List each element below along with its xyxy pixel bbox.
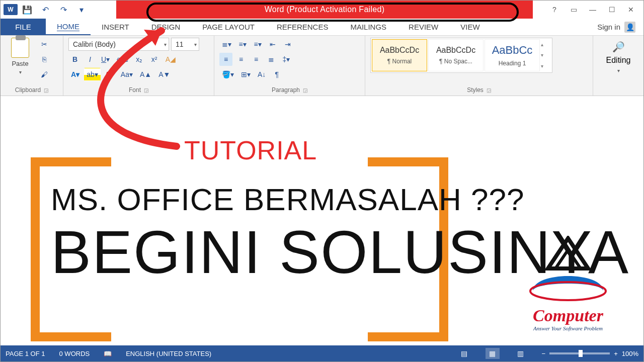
sign-in-label: Sign in: [597, 23, 620, 31]
print-layout-icon[interactable]: ▦: [486, 348, 500, 359]
style-sample: AaBbCc: [492, 44, 533, 57]
tab-insert[interactable]: INSERT: [91, 19, 140, 35]
style-name: ¶ No Spac...: [439, 58, 472, 65]
align-right-icon[interactable]: ≡: [250, 53, 263, 66]
zoom-in-icon[interactable]: +: [614, 350, 618, 357]
title-bar: W 💾 ↶ ↷ ▾ Word (Product Activation Faile…: [1, 1, 643, 19]
maximize-icon[interactable]: ☐: [603, 3, 620, 16]
sort-icon[interactable]: A↓: [255, 68, 268, 81]
font-name-combo[interactable]: Calibri (Body): [68, 38, 169, 51]
show-marks-icon[interactable]: ¶: [270, 68, 283, 81]
tab-mailings[interactable]: MAILINGS: [339, 19, 397, 35]
font-color-button[interactable]: A▾: [103, 68, 116, 81]
tab-references[interactable]: REFERENCES: [266, 19, 340, 35]
gallery-up-icon[interactable]: ▴: [541, 42, 551, 47]
window-title: Word (Product Activation Failed): [116, 5, 533, 14]
format-painter-icon[interactable]: 🖌: [38, 68, 51, 81]
superscript-button[interactable]: x²: [148, 53, 161, 66]
minimize-icon[interactable]: —: [584, 3, 601, 16]
redo-icon[interactable]: ↷: [55, 1, 72, 18]
font-dialog-launcher-icon[interactable]: ◲: [144, 87, 148, 93]
document-area[interactable]: [1, 96, 643, 345]
change-case-button[interactable]: Aa▾: [118, 68, 135, 81]
borders-button[interactable]: ⊞▾: [238, 68, 253, 81]
underline-button[interactable]: U▾: [99, 53, 112, 66]
group-paragraph: ≣▾ ≡▾ ≡▾ ⇤ ⇥ ≡ ≡ ≡ ≣ ‡▾ 🪣▾ ⊞▾ A↓: [214, 36, 365, 96]
tab-home[interactable]: HOME: [46, 19, 91, 35]
subscript-button[interactable]: x₂: [133, 53, 146, 66]
undo-icon[interactable]: ↶: [37, 1, 54, 18]
shading-button[interactable]: 🪣▾: [219, 68, 236, 81]
editing-label: Editing: [606, 56, 631, 65]
group-font: Calibri (Body) 11 B I U▾ abc x₂ x² A◢ A▾…: [63, 36, 214, 96]
group-editing: 🔎 Editing ▾: [593, 36, 643, 96]
status-bar: PAGE 1 OF 1 0 WORDS 📖 ENGLISH (UNITED ST…: [1, 345, 643, 361]
style-nospacing[interactable]: AaBbCcDc ¶ No Spac...: [428, 39, 484, 71]
italic-button[interactable]: I: [84, 53, 97, 66]
group-styles: AaBbCcDc ¶ Normal AaBbCcDc ¶ No Spac... …: [365, 36, 593, 96]
tab-file[interactable]: FILE: [1, 19, 46, 35]
zoom-out-icon[interactable]: −: [542, 350, 546, 357]
align-center-icon[interactable]: ≡: [234, 53, 248, 66]
line-spacing-icon[interactable]: ‡▾: [280, 53, 293, 66]
close-icon[interactable]: ✕: [622, 3, 639, 16]
decrease-indent-icon[interactable]: ⇤: [266, 38, 279, 51]
help-icon[interactable]: ?: [546, 3, 563, 16]
status-page[interactable]: PAGE 1 OF 1: [6, 350, 45, 357]
status-language[interactable]: ENGLISH (UNITED STATES): [126, 350, 211, 357]
clipboard-group-label: Clipboard: [15, 86, 41, 94]
read-mode-icon[interactable]: ▤: [457, 348, 471, 359]
numbering-button[interactable]: ≡▾: [236, 38, 249, 51]
status-proofing-icon[interactable]: 📖: [104, 350, 112, 357]
style-sample: AaBbCcDc: [380, 46, 419, 55]
editing-button[interactable]: 🔎 Editing ▾: [598, 38, 638, 73]
find-icon: 🔎: [612, 41, 625, 53]
zoom-slider[interactable]: [549, 352, 610, 354]
group-clipboard: Paste ▾ ✂ ⎘ 🖌 Clipboard◲: [1, 36, 63, 96]
text-effects-button[interactable]: A▾: [68, 68, 82, 81]
paragraph-dialog-launcher-icon[interactable]: ◲: [303, 87, 307, 93]
increase-indent-icon[interactable]: ⇥: [281, 38, 294, 51]
tab-pagelayout[interactable]: PAGE LAYOUT: [191, 19, 266, 35]
cut-icon[interactable]: ✂: [38, 38, 51, 51]
word-app-icon: W: [4, 4, 18, 15]
highlight-button[interactable]: ab▾: [84, 68, 101, 81]
copy-icon[interactable]: ⎘: [38, 53, 51, 66]
tab-design[interactable]: DESIGN: [140, 19, 192, 35]
style-normal[interactable]: AaBbCcDc ¶ Normal: [372, 39, 427, 71]
strikethrough-button[interactable]: abc: [114, 53, 131, 66]
bullets-button[interactable]: ≣▾: [219, 38, 234, 51]
tab-review[interactable]: REVIEW: [397, 19, 449, 35]
font-size-combo[interactable]: 11: [171, 38, 199, 51]
zoom-value[interactable]: 100%: [622, 350, 638, 357]
grow-font-icon[interactable]: A▲: [137, 68, 154, 81]
multilevel-button[interactable]: ≡▾: [251, 38, 264, 51]
sign-in[interactable]: Sign in 👤: [597, 19, 643, 35]
zoom-control[interactable]: − + 100%: [542, 350, 638, 357]
align-left-icon[interactable]: ≡: [219, 53, 232, 66]
paste-button[interactable]: Paste ▾: [6, 38, 35, 75]
avatar-icon: 👤: [624, 22, 635, 33]
shrink-font-icon[interactable]: A▼: [156, 68, 173, 81]
styles-dialog-launcher-icon[interactable]: ◲: [487, 87, 491, 93]
styles-gallery[interactable]: AaBbCcDc ¶ Normal AaBbCcDc ¶ No Spac... …: [370, 38, 552, 73]
paragraph-group-label: Paragraph: [272, 86, 300, 94]
gallery-down-icon[interactable]: ▾: [541, 52, 551, 58]
quick-access-toolbar: W 💾 ↶ ↷ ▾: [1, 1, 116, 19]
qat-customize-icon[interactable]: ▾: [73, 1, 90, 18]
paste-label: Paste: [12, 60, 28, 67]
justify-icon[interactable]: ≣: [265, 53, 278, 66]
window-controls: ? ▭ — ☐ ✕: [533, 1, 643, 19]
tab-view[interactable]: VIEW: [449, 19, 491, 35]
bold-button[interactable]: B: [68, 53, 82, 66]
web-layout-icon[interactable]: ▥: [514, 348, 528, 359]
clear-format-icon[interactable]: A◢: [163, 53, 178, 66]
status-words[interactable]: 0 WORDS: [59, 350, 90, 357]
clipboard-dialog-launcher-icon[interactable]: ◲: [44, 87, 48, 93]
style-heading1[interactable]: AaBbCc Heading 1: [485, 39, 540, 71]
gallery-more-icon[interactable]: ▾: [541, 63, 551, 69]
style-name: ¶ Normal: [387, 58, 412, 65]
ribbon-display-icon[interactable]: ▭: [565, 3, 582, 16]
save-icon[interactable]: 💾: [19, 1, 36, 18]
ribbon-tabs: FILE HOME INSERT DESIGN PAGE LAYOUT REFE…: [1, 19, 643, 36]
